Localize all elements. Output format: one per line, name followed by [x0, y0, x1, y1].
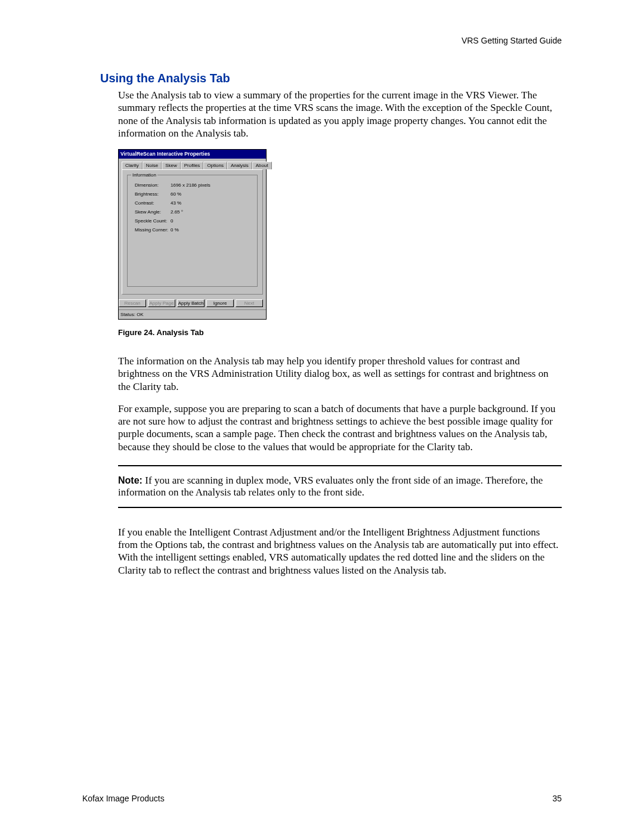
note-label: Note:: [118, 475, 145, 485]
apply-batch-button[interactable]: Apply Batch: [177, 299, 205, 307]
tab-panel-analysis: Information Dimension: 1696 x 2186 pixel…: [122, 169, 263, 295]
document-page: VRS Getting Started Guide Using the Anal…: [0, 0, 644, 833]
note-text: If you are scanning in duplex mode, VRS …: [118, 475, 543, 498]
row-skew-angle: Skew Angle: 2.65 °: [135, 209, 253, 215]
figure-caption: Figure 24. Analysis Tab: [118, 328, 562, 337]
value-contrast: 43 %: [171, 200, 181, 206]
paragraph-4: If you enable the Intelligent Contrast A…: [118, 526, 562, 577]
label-brightness: Brightness:: [135, 191, 171, 197]
header-guide-title: VRS Getting Started Guide: [100, 36, 562, 45]
row-missing-corner: Missing Corner: 0 %: [135, 227, 253, 233]
page-footer: Kofax Image Products 35: [82, 794, 562, 803]
dialog-tabs: Clarity Noise Skew Profiles Options Anal…: [122, 161, 263, 169]
label-skew-angle: Skew Angle:: [135, 209, 171, 215]
tab-about[interactable]: About: [252, 162, 272, 169]
dialog-button-row: Rescan Apply Page Apply Batch Ignore Nex…: [119, 297, 266, 309]
dialog-status-bar: Status: OK: [119, 309, 266, 319]
body-content: Use the Analysis tab to view a summary o…: [100, 89, 562, 577]
value-missing-corner: 0 %: [171, 227, 179, 233]
row-brightness: Brightness: 60 %: [135, 191, 253, 197]
tab-skew[interactable]: Skew: [162, 162, 181, 169]
tab-noise[interactable]: Noise: [143, 162, 162, 169]
dialog-title-bar: VirtualReScan Interactive Properties: [119, 150, 266, 159]
paragraph-1: Use the Analysis tab to view a summary o…: [118, 89, 562, 140]
row-contrast: Contrast: 43 %: [135, 200, 253, 206]
rescan-button: Rescan: [119, 299, 146, 307]
footer-page-number: 35: [552, 794, 562, 803]
value-skew-angle: 2.65 °: [171, 209, 183, 215]
value-speckle-count: 0: [171, 218, 173, 224]
tab-options[interactable]: Options: [203, 162, 227, 169]
label-speckle-count: Speckle Count:: [135, 218, 171, 224]
information-groupbox: Information Dimension: 1696 x 2186 pixel…: [127, 175, 258, 287]
vrs-properties-dialog: VirtualReScan Interactive Properties Cla…: [118, 149, 267, 320]
ignore-button[interactable]: Ignore: [206, 299, 234, 307]
next-button: Next: [236, 299, 263, 307]
value-dimension: 1696 x 2186 pixels: [171, 182, 210, 188]
tab-analysis[interactable]: Analysis: [227, 162, 252, 169]
note-block: Note: If you are scanning in duplex mode…: [118, 465, 562, 508]
label-dimension: Dimension:: [135, 182, 171, 188]
tab-clarity[interactable]: Clarity: [122, 162, 143, 169]
row-dimension: Dimension: 1696 x 2186 pixels: [135, 182, 253, 188]
groupbox-title: Information: [131, 172, 157, 178]
paragraph-2: The information on the Analysis tab may …: [118, 355, 562, 393]
row-speckle-count: Speckle Count: 0: [135, 218, 253, 224]
label-missing-corner: Missing Corner:: [135, 227, 171, 233]
footer-left: Kofax Image Products: [82, 794, 165, 803]
section-heading: Using the Analysis Tab: [100, 72, 562, 85]
apply-page-button: Apply Page: [148, 299, 175, 307]
value-brightness: 60 %: [171, 191, 181, 197]
analysis-tab-figure: VirtualReScan Interactive Properties Cla…: [118, 149, 562, 320]
label-contrast: Contrast:: [135, 200, 171, 206]
paragraph-3: For example, suppose you are preparing t…: [118, 402, 562, 453]
tab-profiles[interactable]: Profiles: [181, 162, 204, 169]
